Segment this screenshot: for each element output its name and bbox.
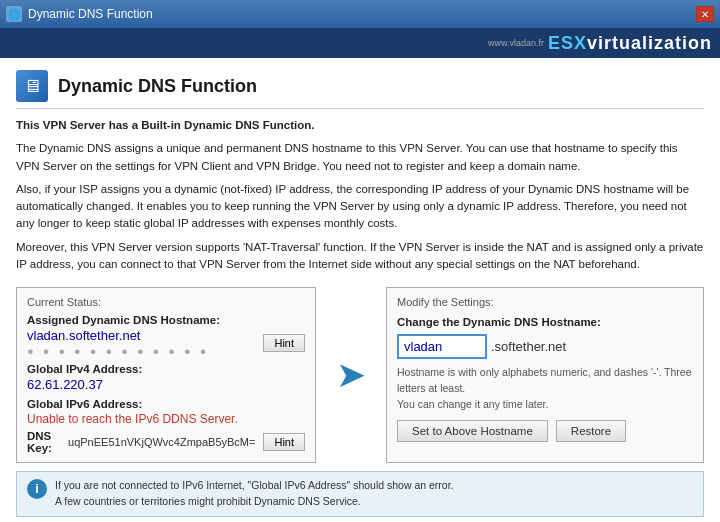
dns-key-label: DNS Key: [27, 430, 60, 454]
assigned-value: vladan.softether.net [27, 328, 209, 343]
assigned-value-group: vladan.softether.net ● ● ● ● ● ● ● ● ● ●… [27, 328, 209, 357]
close-button[interactable]: ✕ [696, 6, 714, 22]
two-col: Current Status: Assigned Dynamic DNS Hos… [16, 287, 704, 463]
hostname-input-row: .softether.net [397, 334, 693, 359]
info-line1: If you are not connected to IPv6 Interne… [55, 479, 454, 491]
page-title: Dynamic DNS Function [58, 76, 257, 97]
ipv4-label: Global IPv4 Address: [27, 363, 305, 375]
dns-key-value: uqPnEE51nVKjQWvc4ZmpaB5yBcM= [68, 436, 255, 448]
assigned-label: Assigned Dynamic DNS Hostname: [27, 314, 305, 326]
restore-button[interactable]: Restore [556, 420, 626, 442]
right-panel: Modify the Settings: Change the Dynamic … [386, 287, 704, 463]
main-content: 🖥 Dynamic DNS Function This VPN Server h… [0, 58, 720, 522]
para3: Moreover, this VPN Server version suppor… [16, 239, 704, 274]
info-banner: i If you are not connected to IPv6 Inter… [16, 471, 704, 517]
hostname-input[interactable] [397, 334, 487, 359]
change-hostname-label: Change the Dynamic DNS Hostname: [397, 316, 693, 328]
info-icon: i [27, 479, 47, 499]
set-hostname-button[interactable]: Set to Above Hostname [397, 420, 548, 442]
window-icon: 🌐 [6, 6, 22, 22]
para1: The Dynamic DNS assigns a unique and per… [16, 140, 704, 175]
page-icon: 🖥 [16, 70, 48, 102]
right-btn-row: Set to Above Hostname Restore [397, 420, 693, 442]
ipv4-value: 62.61.220.37 [27, 377, 305, 392]
arrow-area: ➤ [328, 287, 374, 463]
logo-virt: virtualization [587, 33, 712, 53]
hostname-hint: Hostname is with only alphabets numeric,… [397, 365, 693, 412]
hint-button-1[interactable]: Hint [263, 334, 305, 352]
assigned-hint-row: vladan.softether.net ● ● ● ● ● ● ● ● ● ●… [27, 328, 305, 357]
info-text: If you are not connected to IPv6 Interne… [55, 478, 454, 510]
title-bar: 🌐 Dynamic DNS Function ✕ [0, 0, 720, 28]
ipv6-value: Unable to reach the IPv6 DDNS Server. [27, 412, 305, 426]
hint-button-2[interactable]: Hint [263, 433, 305, 451]
header-band: www.vladan.fr ESXvirtualization [0, 28, 720, 58]
title-bar-controls: ✕ [696, 6, 714, 22]
info-line2: A few countries or territories might pro… [55, 495, 361, 507]
current-status-title: Current Status: [27, 296, 305, 308]
logo: ESXvirtualization [548, 33, 712, 54]
assigned-dots: ● ● ● ● ● ● ● ● ● ● ● ● [27, 345, 209, 357]
title-bar-left: 🌐 Dynamic DNS Function [6, 6, 153, 22]
site-url: www.vladan.fr [488, 38, 544, 48]
page-title-area: 🖥 Dynamic DNS Function [16, 70, 704, 109]
ipv6-label: Global IPv6 Address: [27, 398, 305, 410]
para2: Also, if your ISP assigns you a dynamic … [16, 181, 704, 233]
modify-settings-title: Modify the Settings: [397, 296, 693, 308]
intro-bold: This VPN Server has a Built-in Dynamic D… [16, 117, 704, 134]
logo-esx: ESX [548, 33, 587, 53]
left-panel: Current Status: Assigned Dynamic DNS Hos… [16, 287, 316, 463]
dns-key-row: DNS Key: uqPnEE51nVKjQWvc4ZmpaB5yBcM= Hi… [27, 430, 305, 454]
title-bar-text: Dynamic DNS Function [28, 7, 153, 21]
arrow-icon: ➤ [336, 354, 366, 396]
hostname-suffix: .softether.net [491, 339, 566, 354]
